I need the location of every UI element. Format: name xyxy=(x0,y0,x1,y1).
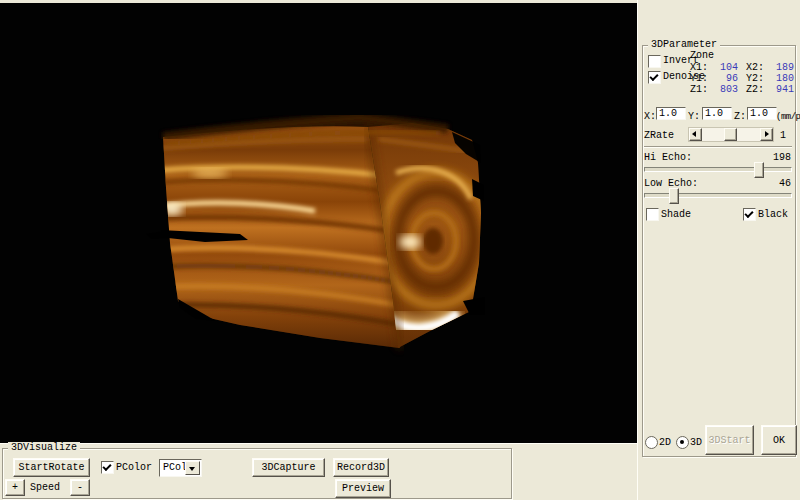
speed-label: Speed xyxy=(30,482,60,493)
zone-y2-value: 180 xyxy=(768,73,794,84)
black-checkbox[interactable] xyxy=(743,208,756,221)
scale-unit-label: (mm/p) xyxy=(776,112,800,123)
speed-minus-button[interactable]: - xyxy=(70,479,90,496)
zone-x1-label: X1: xyxy=(690,62,712,73)
separator xyxy=(644,146,792,148)
y-scale-label: Y: xyxy=(688,111,700,122)
x-scale-label: X: xyxy=(644,111,656,122)
visualize-panel: 3DVisualize StartRotate + Speed - PColor… xyxy=(0,443,637,500)
3dcapture-button[interactable]: 3DCapture xyxy=(252,458,325,477)
hi-echo-slider[interactable] xyxy=(644,161,792,177)
shade-checkbox[interactable] xyxy=(646,208,659,221)
y-scale-input[interactable] xyxy=(702,107,732,120)
pcolor-select[interactable]: PColor xyxy=(159,459,202,477)
visualize-groupbox: 3DVisualize StartRotate + Speed - PColor… xyxy=(2,448,512,499)
black-label: Black xyxy=(758,209,788,220)
volume-render xyxy=(0,3,637,443)
x-scale-input[interactable] xyxy=(656,107,686,120)
pcolor-checkbox[interactable] xyxy=(101,461,114,474)
slider-groove xyxy=(644,193,792,198)
mode-3d-radio[interactable] xyxy=(676,436,689,449)
hi-echo-slider-thumb[interactable] xyxy=(754,162,764,178)
pcolor-label: PColor xyxy=(116,462,152,473)
shade-label: Shade xyxy=(661,209,691,220)
zone-row: Y1:96Y2:180 xyxy=(690,73,794,84)
zrate-label: ZRate xyxy=(644,130,674,141)
zone-y2-label: Y2: xyxy=(746,73,768,84)
zone-row: X1:104X2:189 xyxy=(690,62,794,73)
zone-z2-value: 941 xyxy=(768,84,794,95)
denoise-checkbox[interactable] xyxy=(648,71,661,84)
zrate-scrollbar[interactable] xyxy=(688,127,774,142)
preview-button[interactable]: Preview xyxy=(335,479,391,498)
mode-2d-label: 2D xyxy=(659,437,671,448)
z-scale-input[interactable] xyxy=(747,107,777,120)
invert-checkbox[interactable] xyxy=(648,55,661,68)
zone-z1-value: 803 xyxy=(712,84,738,95)
zone-x1-value: 104 xyxy=(712,62,738,73)
scroll-right-icon[interactable] xyxy=(760,128,773,141)
zone-z1-label: Z1: xyxy=(690,84,712,95)
zrate-value: 1 xyxy=(780,130,786,141)
visualize-group-label: 3DVisualize xyxy=(8,442,80,454)
mode-3d-label: 3D xyxy=(690,437,702,448)
speed-plus-button[interactable]: + xyxy=(5,479,25,496)
zone-y1-value: 96 xyxy=(712,73,738,84)
parameter-groupbox: 3DParameter Invert Denoise Zone X1:104X2… xyxy=(642,45,796,457)
zone-x2-label: X2: xyxy=(746,62,768,73)
zone-x2-value: 189 xyxy=(768,62,794,73)
zrate-scroll-thumb[interactable] xyxy=(724,128,737,141)
scroll-left-icon[interactable] xyxy=(689,128,702,141)
zone-row: Z1:803Z2:941 xyxy=(690,84,794,95)
zone-label: Zone xyxy=(690,50,714,61)
parameter-panel: 3DParameter Invert Denoise Zone X1:104X2… xyxy=(637,0,800,500)
low-echo-slider[interactable] xyxy=(644,187,792,203)
low-echo-slider-thumb[interactable] xyxy=(669,188,679,204)
render-viewport[interactable] xyxy=(0,3,637,443)
start-rotate-button[interactable]: StartRotate xyxy=(13,458,90,477)
z-scale-label: Z: xyxy=(734,111,746,122)
zone-y1-label: Y1: xyxy=(690,73,712,84)
chevron-down-icon[interactable] xyxy=(185,461,200,475)
ok-button[interactable]: OK xyxy=(761,425,797,455)
3dstart-button[interactable]: 3DStart xyxy=(705,425,754,455)
zone-z2-label: Z2: xyxy=(746,84,768,95)
mode-2d-radio[interactable] xyxy=(645,436,658,449)
slider-groove xyxy=(644,167,792,172)
record3d-button[interactable]: Record3D xyxy=(333,458,389,477)
